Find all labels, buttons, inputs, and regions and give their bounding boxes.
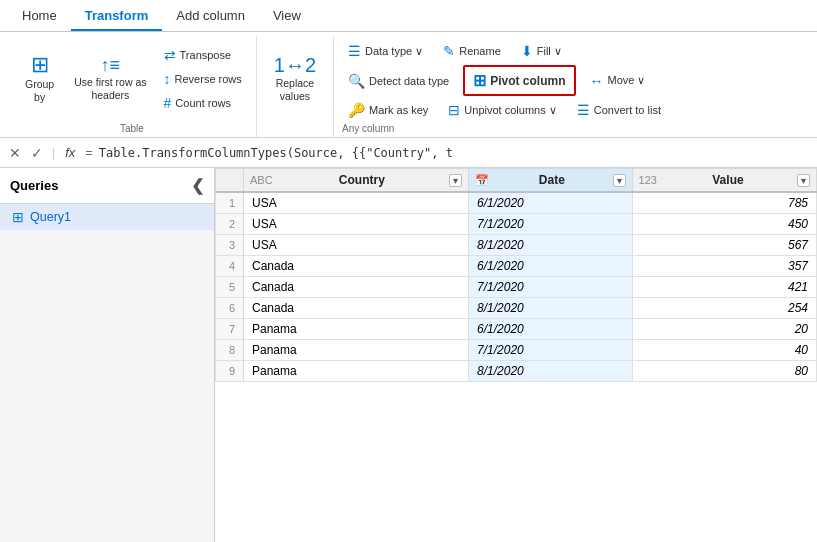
- value-cell-0: 785: [632, 192, 816, 214]
- row-num-6: 6: [216, 298, 244, 319]
- rename-button[interactable]: ✎ Rename: [437, 40, 507, 62]
- convert-to-list-button[interactable]: ☰ Convert to list: [571, 99, 667, 121]
- row-num-5: 5: [216, 277, 244, 298]
- table-row: 9 Panama 8/1/2020 80: [216, 361, 817, 382]
- detect-data-type-label: Detect data type: [369, 75, 449, 87]
- formula-fx-label: fx: [61, 145, 79, 160]
- country-cell-2: USA: [244, 235, 469, 256]
- country-cell-6: Panama: [244, 319, 469, 340]
- rename-label: Rename: [459, 45, 501, 57]
- tab-home[interactable]: Home: [8, 2, 71, 31]
- sidebar: Queries ❮ ⊞ Query1: [0, 168, 215, 542]
- date-cell-6: 6/1/2020: [469, 319, 633, 340]
- value-col-type: 123: [639, 174, 657, 186]
- country-cell-7: Panama: [244, 340, 469, 361]
- replace-values-icon: 1↔2: [274, 55, 316, 75]
- value-cell-1: 450: [632, 214, 816, 235]
- data-area: ABC Country ▾ 📅 Date ▾: [215, 168, 817, 542]
- table-row: 7 Panama 6/1/2020 20: [216, 319, 817, 340]
- date-cell-4: 7/1/2020: [469, 277, 633, 298]
- toolbar: ⊞ Groupby ↑≡ Use first row asheaders ⇄ T…: [0, 32, 817, 137]
- main-area: Queries ❮ ⊞ Query1 ABC Country ▾: [0, 168, 817, 542]
- table-row: 8 Panama 7/1/2020 40: [216, 340, 817, 361]
- data-type-icon: ☰: [348, 43, 361, 59]
- move-button[interactable]: ↔ Move ∨: [584, 70, 652, 92]
- formula-separator: |: [52, 146, 55, 160]
- date-cell-5: 8/1/2020: [469, 298, 633, 319]
- formula-bar: ✕ ✓ | fx = Table.TransformColumnTypes(So…: [0, 138, 817, 168]
- mark-as-key-label: Mark as key: [369, 104, 428, 116]
- replace-values-button[interactable]: 1↔2 Replacevalues: [265, 50, 325, 107]
- group-by-button[interactable]: ⊞ Groupby: [16, 49, 63, 108]
- table-small-buttons: ⇄ Transpose ↕ Reverse rows # Count rows: [158, 44, 248, 114]
- data-type-button[interactable]: ☰ Data type ∨: [342, 40, 429, 62]
- row-num-2: 2: [216, 214, 244, 235]
- country-col-filter[interactable]: ▾: [449, 174, 462, 187]
- transpose-label: Transpose: [180, 49, 232, 61]
- detect-data-type-button[interactable]: 🔍 Detect data type: [342, 70, 455, 92]
- country-cell-1: USA: [244, 214, 469, 235]
- pivot-column-button[interactable]: ⊞ Pivot column: [463, 65, 575, 96]
- table-row: 1 USA 6/1/2020 785: [216, 192, 817, 214]
- date-col-filter[interactable]: ▾: [613, 174, 626, 187]
- tab-add-column[interactable]: Add column: [162, 2, 259, 31]
- group-replace-buttons: 1↔2 Replacevalues: [265, 36, 325, 121]
- table-row: 2 USA 7/1/2020 450: [216, 214, 817, 235]
- date-cell-8: 8/1/2020: [469, 361, 633, 382]
- group-table-label: Table: [120, 123, 144, 137]
- transpose-icon: ⇄: [164, 47, 176, 63]
- use-first-row-icon: ↑≡: [101, 56, 121, 74]
- group-by-icon: ⊞: [31, 54, 49, 76]
- count-rows-button[interactable]: # Count rows: [158, 92, 248, 114]
- group-table: ⊞ Groupby ↑≡ Use first row asheaders ⇄ T…: [8, 36, 257, 137]
- group-table-buttons: ⊞ Groupby ↑≡ Use first row asheaders ⇄ T…: [16, 36, 248, 121]
- reverse-rows-button[interactable]: ↕ Reverse rows: [158, 68, 248, 90]
- unpivot-columns-label: Unpivot columns ∨: [464, 104, 556, 117]
- use-first-row-button[interactable]: ↑≡ Use first row asheaders: [65, 51, 155, 106]
- value-cell-8: 80: [632, 361, 816, 382]
- date-cell-3: 6/1/2020: [469, 256, 633, 277]
- group-by-label: Groupby: [25, 78, 54, 103]
- rename-icon: ✎: [443, 43, 455, 59]
- col-header-date: 📅 Date ▾: [469, 169, 633, 193]
- formula-close-button[interactable]: ✕: [6, 144, 24, 162]
- col-header-value: 123 Value ▾: [632, 169, 816, 193]
- data-type-label: Data type ∨: [365, 45, 423, 58]
- row-num-9: 9: [216, 361, 244, 382]
- value-cell-3: 357: [632, 256, 816, 277]
- detect-data-type-icon: 🔍: [348, 73, 365, 89]
- count-rows-icon: #: [164, 95, 172, 111]
- value-cell-7: 40: [632, 340, 816, 361]
- sidebar-item-query1[interactable]: ⊞ Query1: [0, 204, 214, 230]
- row-num-3: 3: [216, 235, 244, 256]
- convert-to-list-label: Convert to list: [594, 104, 661, 116]
- use-first-row-label: Use first row asheaders: [74, 76, 146, 101]
- country-cell-0: USA: [244, 192, 469, 214]
- transpose-button[interactable]: ⇄ Transpose: [158, 44, 248, 66]
- formula-check-button[interactable]: ✓: [28, 144, 46, 162]
- date-col-type: 📅: [475, 174, 489, 187]
- date-cell-1: 7/1/2020: [469, 214, 633, 235]
- date-cell-2: 8/1/2020: [469, 235, 633, 256]
- tab-view[interactable]: View: [259, 2, 315, 31]
- date-cell-7: 7/1/2020: [469, 340, 633, 361]
- sidebar-collapse-button[interactable]: ❮: [191, 176, 204, 195]
- formula-text: Table.TransformColumnTypes(Source, {{"Co…: [99, 146, 453, 160]
- unpivot-columns-button[interactable]: ⊟ Unpivot columns ∨: [442, 99, 562, 121]
- reverse-rows-icon: ↕: [164, 71, 171, 87]
- country-cell-4: Canada: [244, 277, 469, 298]
- value-col-name: Value: [712, 173, 743, 187]
- col-header-country: ABC Country ▾: [244, 169, 469, 193]
- value-col-filter[interactable]: ▾: [797, 174, 810, 187]
- row-number-header: [216, 169, 244, 193]
- query-icon: ⊞: [12, 209, 24, 225]
- mark-as-key-button[interactable]: 🔑 Mark as key: [342, 99, 434, 121]
- formula-bar-buttons: ✕ ✓: [6, 144, 46, 162]
- tab-transform[interactable]: Transform: [71, 2, 163, 31]
- fill-button[interactable]: ⬇ Fill ∨: [515, 40, 568, 62]
- group-any-column: ☰ Data type ∨ ✎ Rename ⬇ Fill ∨ 🔍: [334, 36, 675, 137]
- table-row: 5 Canada 7/1/2020 421: [216, 277, 817, 298]
- sidebar-query-label: Query1: [30, 210, 71, 224]
- table-row: 4 Canada 6/1/2020 357: [216, 256, 817, 277]
- row-num-4: 4: [216, 256, 244, 277]
